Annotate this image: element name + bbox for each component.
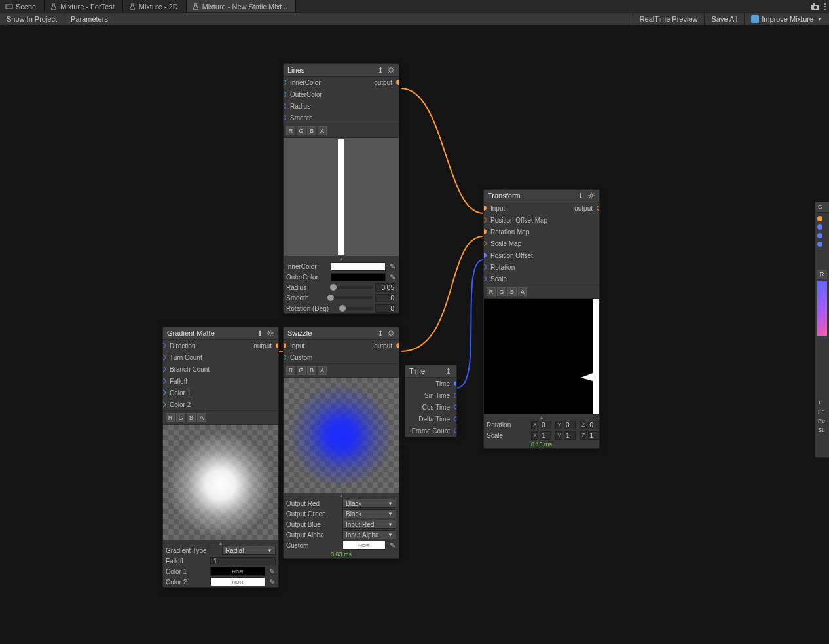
port-out[interactable]: [454, 428, 457, 433]
channel-r-button[interactable]: R: [286, 366, 295, 375]
channel-g-button[interactable]: G: [297, 126, 306, 135]
collapse-handle[interactable]: ▴: [163, 540, 278, 545]
channel-b-button[interactable]: B: [507, 287, 517, 296]
port-in[interactable]: [817, 241, 822, 247]
eyedropper-icon[interactable]: ✎: [388, 273, 396, 281]
port-in[interactable]: [483, 241, 487, 246]
inner-color-swatch[interactable]: [331, 262, 386, 271]
pin-icon[interactable]: [377, 329, 384, 337]
gradient-type-select[interactable]: Radial▼: [222, 546, 276, 555]
output-alpha-select[interactable]: Input.Alpha▼: [342, 530, 396, 539]
port-in[interactable]: [162, 355, 166, 360]
port-in[interactable]: [283, 103, 286, 109]
rotation-slider[interactable]: [342, 307, 373, 310]
improve-mixture-button[interactable]: Improve Mixture ▼: [744, 13, 829, 25]
port-in[interactable]: [283, 355, 286, 360]
rot-z-field[interactable]: 0: [588, 421, 600, 429]
parameters-button[interactable]: Parameters: [64, 13, 115, 25]
smooth-slider[interactable]: [331, 296, 373, 299]
channel-r-button[interactable]: R: [166, 413, 175, 422]
port-in[interactable]: [483, 276, 487, 281]
show-in-project-button[interactable]: Show In Project: [0, 13, 64, 25]
color1-swatch[interactable]: HDR: [210, 567, 265, 576]
port-in[interactable]: [162, 402, 166, 407]
output-blue-select[interactable]: Input.Red▼: [342, 520, 396, 529]
rot-x-field[interactable]: 0: [540, 421, 551, 429]
tab-mixture-2d[interactable]: Mixture - 2D: [123, 0, 187, 12]
falloff-field[interactable]: 1: [210, 557, 276, 565]
channel-a-button[interactable]: A: [518, 287, 527, 296]
port-out[interactable]: [454, 416, 457, 421]
port-in[interactable]: [483, 206, 487, 211]
tab-scene[interactable]: Scene: [0, 0, 45, 12]
port-in[interactable]: [483, 229, 487, 234]
gear-icon[interactable]: [267, 329, 274, 337]
node-output-clipped[interactable]: C R Ti Fr Pe St: [815, 202, 829, 458]
collapse-handle[interactable]: ▴: [484, 414, 599, 420]
channel-g-button[interactable]: G: [176, 413, 185, 422]
port-in[interactable]: [483, 217, 487, 223]
realtime-preview-button[interactable]: RealTime Preview: [633, 13, 705, 25]
port-out[interactable]: [454, 393, 457, 398]
pin-icon[interactable]: [445, 367, 452, 375]
node-time[interactable]: Time Time Sin Time Cos Time Delta Time F…: [405, 365, 457, 437]
pin-icon[interactable]: [577, 192, 585, 200]
channel-b-button[interactable]: B: [187, 413, 196, 422]
port-out[interactable]: [454, 404, 457, 410]
tab-mixture-new-static[interactable]: Mixture - New Static Mixt...: [187, 0, 297, 12]
eyedropper-icon[interactable]: ✎: [268, 578, 276, 586]
rot-y-field[interactable]: 0: [564, 421, 576, 429]
channel-b-button[interactable]: B: [307, 126, 316, 135]
channel-g-button[interactable]: G: [497, 287, 506, 296]
port-in[interactable]: [817, 224, 822, 230]
port-in[interactable]: [162, 367, 166, 372]
channel-a-button[interactable]: A: [318, 126, 327, 135]
port-out[interactable]: [396, 80, 399, 85]
output-green-select[interactable]: Black▼: [342, 509, 396, 518]
pin-icon[interactable]: [256, 329, 264, 337]
save-all-button[interactable]: Save All: [704, 13, 744, 25]
port-in[interactable]: [817, 216, 822, 221]
color2-swatch[interactable]: HDR: [210, 577, 265, 586]
node-swizzle[interactable]: Swizzle Inputoutput Custom R G B A ▴ Out…: [283, 327, 399, 559]
eyedropper-icon[interactable]: ✎: [388, 262, 396, 271]
channel-r-button[interactable]: R: [286, 126, 295, 135]
gear-icon[interactable]: [387, 329, 395, 337]
port-out[interactable]: [597, 206, 600, 211]
tab-mixture-fortest[interactable]: Mixture - ForTest: [45, 0, 123, 12]
scale-x-field[interactable]: 1: [540, 431, 551, 440]
output-red-select[interactable]: Black▼: [342, 499, 396, 508]
port-in[interactable]: [162, 390, 166, 395]
node-gradient-matte[interactable]: Gradient Matte Directionoutput Turn Coun…: [162, 327, 279, 588]
channel-r-button[interactable]: R: [487, 287, 496, 296]
node-lines[interactable]: Lines InnerColoroutput OuterColor Radius…: [283, 63, 399, 314]
scale-y-field[interactable]: 1: [564, 431, 576, 440]
gear-icon[interactable]: [387, 66, 395, 74]
radius-slider[interactable]: [331, 286, 373, 289]
port-in[interactable]: [162, 343, 166, 348]
port-in[interactable]: [483, 264, 487, 270]
camera-icon[interactable]: [811, 3, 820, 10]
port-out[interactable]: [276, 343, 279, 348]
port-out[interactable]: [396, 343, 399, 348]
rotation-field[interactable]: 0: [375, 304, 396, 313]
port-in[interactable]: [483, 253, 487, 258]
eyedropper-icon[interactable]: ✎: [388, 541, 396, 550]
port-in[interactable]: [283, 343, 286, 348]
channel-a-button[interactable]: A: [318, 366, 327, 375]
channel-r-button[interactable]: R: [817, 270, 827, 279]
eyedropper-icon[interactable]: ✎: [268, 567, 276, 576]
channel-a-button[interactable]: A: [197, 413, 206, 422]
port-in[interactable]: [283, 115, 286, 120]
channel-b-button[interactable]: B: [307, 366, 316, 375]
outer-color-swatch[interactable]: [331, 273, 386, 281]
kebab-menu-icon[interactable]: [824, 3, 826, 10]
scale-z-field[interactable]: 1: [588, 431, 600, 440]
port-in[interactable]: [283, 92, 286, 97]
port-out[interactable]: [454, 381, 457, 386]
gear-icon[interactable]: [587, 192, 595, 200]
port-in[interactable]: [283, 80, 286, 85]
channel-g-button[interactable]: G: [297, 366, 306, 375]
collapse-handle[interactable]: ▴: [284, 493, 399, 498]
graph-canvas[interactable]: Lines InnerColoroutput OuterColor Radius…: [0, 26, 829, 644]
